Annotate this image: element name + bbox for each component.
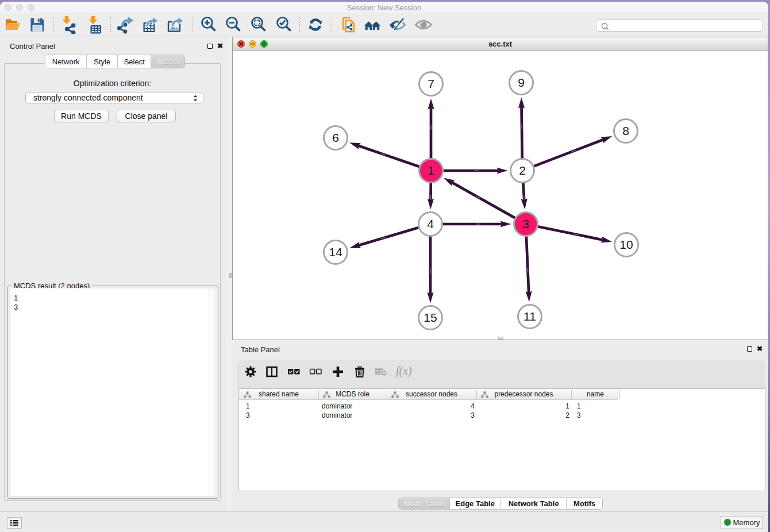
svg-text:11: 11 <box>523 310 536 323</box>
svg-text:6: 6 <box>332 131 339 144</box>
svg-text:7: 7 <box>428 77 434 90</box>
svg-text:3: 3 <box>522 217 529 230</box>
svg-text:8: 8 <box>622 124 629 137</box>
svg-text:9: 9 <box>518 76 525 89</box>
svg-text:4: 4 <box>427 217 434 230</box>
svg-text:2: 2 <box>519 164 526 177</box>
svg-text:10: 10 <box>619 238 633 251</box>
svg-text:1: 1 <box>428 164 434 177</box>
svg-text:14: 14 <box>329 245 342 259</box>
svg-text:15: 15 <box>424 311 437 324</box>
